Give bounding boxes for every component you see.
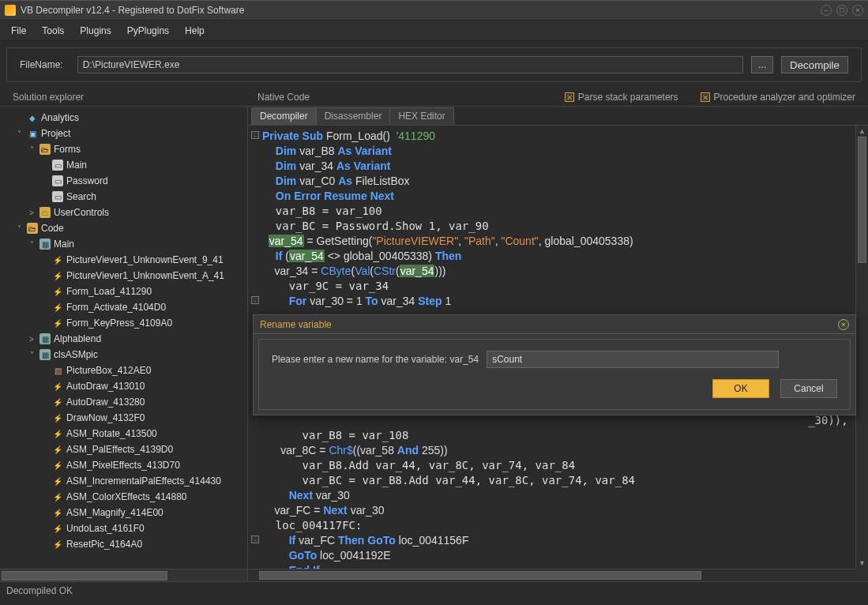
tree-item[interactable]: >▦Alphablend: [0, 331, 247, 347]
filename-input[interactable]: [77, 56, 743, 73]
fold-icon[interactable]: -: [251, 296, 259, 304]
tree-item[interactable]: ⚡ResetPic_4164A0: [0, 536, 247, 552]
scrollbar-thumb[interactable]: [259, 571, 701, 580]
tree-label: Search: [66, 191, 96, 202]
menu-file[interactable]: File: [3, 22, 34, 39]
tree[interactable]: ◆Analytics˅▣Project˅🗁Forms▭Main▭Password…: [0, 107, 247, 569]
app-icon: [5, 5, 16, 16]
tab-decompiler[interactable]: Decompiler: [251, 107, 317, 125]
tree-item[interactable]: ⚡PictureViever1_UnknownEvent_9_41: [0, 252, 247, 268]
tree-item[interactable]: ˅▣Project: [0, 126, 247, 141]
code-vscroll[interactable]: ▲ ▼: [855, 126, 868, 569]
sidebar-hscroll[interactable]: [0, 569, 247, 581]
optimizer-check[interactable]: ✕ Procedure analyzer and optimizer: [701, 92, 855, 103]
tree-item[interactable]: ⚡UndoLast_4161F0: [0, 520, 247, 536]
parse-stack-label: Parse stack parameters: [578, 92, 678, 103]
solution-explorer-label: Solution explorer: [13, 92, 250, 103]
tree-item[interactable]: ⚡ASM_Rotate_413500: [0, 426, 247, 442]
scroll-corner: [855, 569, 868, 581]
expand-icon[interactable]: ˅: [14, 224, 24, 233]
tab-disassembler[interactable]: Disassembler: [316, 107, 391, 125]
tree-item[interactable]: ˅▦clsASMpic: [0, 347, 247, 363]
tree-item[interactable]: ⚡ASM_IncrementalPalEffects_414430: [0, 473, 247, 489]
tree-item[interactable]: ⚡ASM_ColorXEffects_414880: [0, 489, 247, 505]
dialog-titlebar[interactable]: Rename variable ×: [254, 315, 855, 334]
expand-icon[interactable]: >: [27, 209, 36, 217]
cancel-button[interactable]: Cancel: [780, 379, 837, 398]
parse-stack-check[interactable]: ✕ Parse stack parameters: [565, 92, 678, 103]
tree-label: clsASMpic: [54, 349, 98, 360]
tree-label: DrawNow_4132F0: [66, 412, 145, 423]
tree-item[interactable]: ⚡PictureViever1_UnknownEvent_A_41: [0, 268, 247, 284]
tree-label: UserControls: [54, 207, 109, 218]
menu-pyplugins[interactable]: PyPlugins: [119, 22, 177, 39]
tree-label: ASM_Magnify_414E00: [66, 507, 163, 518]
tree-label: Code: [41, 223, 64, 234]
filename-label: FileName:: [20, 59, 63, 70]
tab-hex-editor[interactable]: HEX Editor: [389, 107, 453, 125]
panel-header-row: Solution explorer Native Code ✕ Parse st…: [0, 88, 868, 106]
checkbox-icon: ✕: [565, 92, 574, 102]
tree-label: Form_KeyPress_4109A0: [66, 318, 172, 329]
expand-icon[interactable]: ˅: [27, 145, 36, 154]
tree-item[interactable]: ⚡ASM_Magnify_414E00: [0, 505, 247, 520]
menu-tools[interactable]: Tools: [34, 22, 72, 39]
menu-help[interactable]: Help: [177, 22, 212, 39]
expand-icon[interactable]: ˅: [14, 130, 24, 138]
dialog-close-button[interactable]: ×: [838, 319, 849, 330]
fold-icon[interactable]: -: [251, 535, 259, 543]
optimizer-label: Procedure analyzer and optimizer: [714, 92, 855, 103]
checkbox-icon: ✕: [701, 92, 710, 102]
scroll-down-icon[interactable]: ▼: [856, 558, 868, 569]
statusbar: Decompiled OK: [0, 581, 868, 599]
scroll-up-icon[interactable]: ▲: [856, 126, 868, 137]
tree-label: Main: [54, 239, 74, 250]
expand-icon[interactable]: ˅: [27, 240, 36, 249]
tree-label: PictureBox_412AE0: [66, 365, 151, 376]
tree-item[interactable]: >🗀UserControls: [0, 205, 247, 220]
code-hscroll[interactable]: [248, 569, 855, 581]
window-title: VB Decompiler v12.4 - Registered to DotF…: [21, 5, 821, 16]
toolbar: FileName: ... Decompile: [6, 47, 862, 82]
tree-item[interactable]: ⚡AutoDraw_413280: [0, 394, 247, 410]
tree-item[interactable]: ▭Password: [0, 173, 247, 189]
fold-icon[interactable]: -: [251, 131, 259, 139]
tree-item[interactable]: ⚡DrawNow_4132F0: [0, 410, 247, 426]
tabs: Decompiler Disassembler HEX Editor: [248, 107, 868, 126]
tree-label: Form_Activate_4104D0: [66, 302, 166, 313]
browse-button[interactable]: ...: [751, 56, 773, 73]
dialog-title: Rename variable: [260, 319, 838, 330]
minimize-button[interactable]: –: [821, 5, 832, 16]
tree-item[interactable]: ▭Search: [0, 189, 247, 205]
tree-item[interactable]: ˅🗁Code: [0, 220, 247, 236]
dialog-prompt: Please enter a new name for the variable…: [272, 354, 479, 365]
ok-button[interactable]: OK: [712, 379, 769, 398]
decompile-button[interactable]: Decompile: [781, 56, 848, 73]
tree-label: ResetPic_4164A0: [66, 539, 142, 550]
tree-item[interactable]: ⚡AutoDraw_413010: [0, 378, 247, 394]
tree-item[interactable]: ⚡ASM_PalEffects_4139D0: [0, 442, 247, 457]
status-text: Decompiled OK: [6, 585, 73, 596]
menu-plugins[interactable]: Plugins: [72, 22, 118, 39]
scrollbar-thumb[interactable]: [2, 571, 167, 581]
tree-label: Analytics: [41, 112, 79, 123]
tree-item[interactable]: ⚡Form_Activate_4104D0: [0, 299, 247, 315]
tree-item[interactable]: ▧PictureBox_412AE0: [0, 363, 247, 378]
tree-item[interactable]: ⚡ASM_PixelEffects_413D70: [0, 457, 247, 473]
tree-label: ASM_PalEffects_4139D0: [66, 444, 173, 455]
tree-item[interactable]: ˅▦Main: [0, 236, 247, 252]
tree-label: ASM_ColorXEffects_414880: [66, 491, 187, 502]
expand-icon[interactable]: >: [27, 335, 36, 344]
maximize-button[interactable]: □: [836, 5, 847, 16]
solution-explorer: ◆Analytics˅▣Project˅🗁Forms▭Main▭Password…: [0, 107, 248, 581]
rename-input[interactable]: [487, 351, 779, 368]
tree-item[interactable]: ⚡Form_Load_411290: [0, 284, 247, 299]
tree-item[interactable]: ◆Analytics: [0, 110, 247, 126]
tree-item[interactable]: ▭Main: [0, 157, 247, 173]
tree-item[interactable]: ⚡Form_KeyPress_4109A0: [0, 315, 247, 331]
expand-icon[interactable]: ˅: [27, 351, 36, 359]
close-button[interactable]: ×: [852, 5, 863, 16]
tree-label: Project: [41, 128, 70, 139]
scrollbar-thumb[interactable]: [858, 137, 866, 263]
tree-item[interactable]: ˅🗁Forms: [0, 141, 247, 157]
